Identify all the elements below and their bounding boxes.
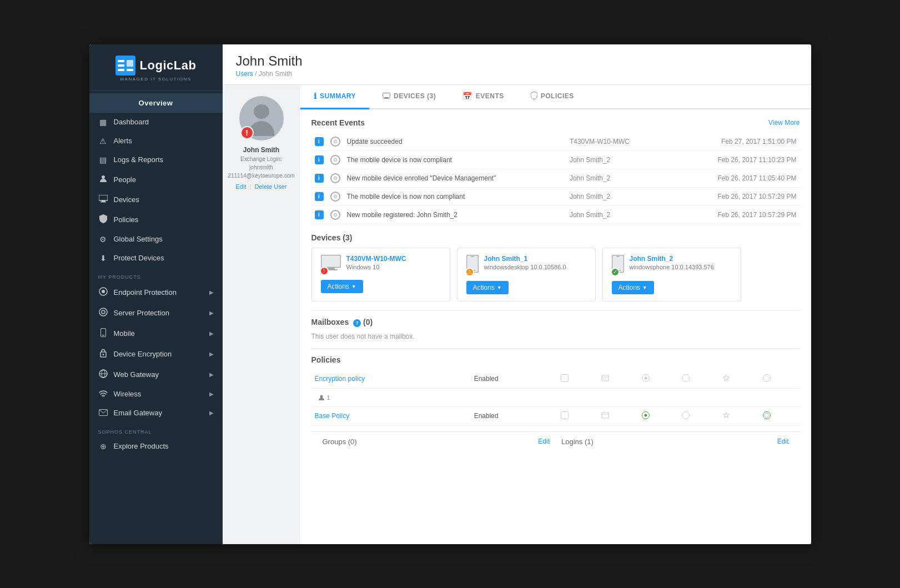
sidebar-item-web-gateway[interactable]: Web Gateway ▶ xyxy=(89,364,223,385)
sidebar-item-label: Explore Products xyxy=(114,442,169,450)
devices-icon xyxy=(98,195,108,204)
protect-icon: ⬇ xyxy=(98,254,108,263)
tab-events[interactable]: 📅 EVENTS xyxy=(449,85,517,109)
policy-feature-icon xyxy=(601,375,609,384)
settings-icon: ⚙ xyxy=(98,235,108,244)
svg-rect-23 xyxy=(383,93,390,98)
expand-arrow-icon: ▶ xyxy=(209,351,214,357)
devices-section-header: Devices (3) xyxy=(311,233,800,242)
breadcrumb-parent[interactable]: Users xyxy=(236,70,253,78)
event-description: The mobile device is now non compliant xyxy=(344,187,566,205)
events-table: i ⚙ Update succeeded T430VM-W10-MWC Feb … xyxy=(311,133,800,224)
edit-user-link[interactable]: Edit xyxy=(235,183,246,190)
device-actions-button-2[interactable]: Actions ▼ xyxy=(612,281,654,294)
sidebar-item-email-gateway[interactable]: Email Gateway ▶ xyxy=(89,404,223,423)
sidebar-item-label: Endpoint Protection xyxy=(114,288,177,296)
policy-row-0: Encryption policy Enabled xyxy=(311,370,800,389)
svg-rect-36 xyxy=(602,375,609,381)
sidebar-item-global-settings[interactable]: ⚙ Global Settings xyxy=(89,230,223,249)
device-name[interactable]: T430VM-W10-MWC xyxy=(346,255,406,263)
groups-section: Groups (0) Edit xyxy=(323,438,550,446)
device-card-0: ! T430VM-W10-MWC Windows 10 Actions xyxy=(311,248,450,301)
expand-arrow-icon: ▶ xyxy=(209,391,214,397)
logo-icon xyxy=(115,56,135,76)
event-description: New mobile device enrolled "Device Manag… xyxy=(344,169,566,187)
event-date: Feb 26, 2017 10:57:29 PM xyxy=(677,205,800,224)
overview-item[interactable]: Overview xyxy=(89,93,223,113)
groups-edit-link[interactable]: Edit xyxy=(538,438,550,445)
devices-section: Devices (3) ! xyxy=(311,233,800,301)
sidebar-item-protect-devices[interactable]: ⬇ Protect Devices xyxy=(89,249,223,268)
sidebar-item-label: People xyxy=(114,175,136,184)
tab-devices[interactable]: DEVICES (3) xyxy=(369,85,449,109)
device-actions-button-0[interactable]: Actions ▼ xyxy=(321,280,363,293)
policy-status: Enabled xyxy=(474,412,499,420)
event-description: The mobile device is now compliant xyxy=(344,150,566,169)
user-panel: ! John Smith Exchange Login: johnsmith 2… xyxy=(223,85,300,544)
logins-label: Logins (1) xyxy=(561,438,594,446)
sidebar-item-explore[interactable]: ⊕ Explore Products xyxy=(89,437,223,456)
user-meta: Exchange Login: johnsmith 211114@keytoeu… xyxy=(228,155,294,180)
tab-policies[interactable]: POLICIES xyxy=(517,85,587,109)
breadcrumb-current: John Smith xyxy=(259,70,292,78)
help-icon[interactable]: ? xyxy=(353,319,361,327)
logins-section: Logins (1) Edit xyxy=(550,438,789,446)
explore-icon: ⊕ xyxy=(98,442,108,451)
groups-label: Groups (0) xyxy=(323,438,357,446)
sidebar-item-wireless[interactable]: Wireless ▶ xyxy=(89,385,223,404)
tabs-bar: ℹ SUMMARY DEVICES (3) 📅 EVENTS xyxy=(300,85,811,109)
device-name[interactable]: John Smith_2 xyxy=(630,255,714,263)
sidebar-item-server[interactable]: Server Protection ▶ xyxy=(89,303,223,323)
sidebar-item-dashboard[interactable]: ▦ Dashboard xyxy=(89,113,223,132)
mailboxes-section: Mailboxes ? (0) This user does not have … xyxy=(311,310,800,340)
sidebar-item-people[interactable]: People xyxy=(89,169,223,190)
sidebar-item-endpoint[interactable]: Endpoint Protection ▶ xyxy=(89,282,223,303)
expand-arrow-icon: ▶ xyxy=(209,289,214,295)
event-description: Update succeeded xyxy=(344,133,566,151)
expand-arrow-icon: ▶ xyxy=(209,371,214,378)
event-date: Feb 26, 2017 11:05:40 PM xyxy=(677,169,800,187)
svg-point-48 xyxy=(682,411,690,419)
event-badge: i xyxy=(315,210,324,219)
device-actions-button-1[interactable]: Actions ▼ xyxy=(466,281,509,294)
mailboxes-empty-message: This user does not have a mailbox. xyxy=(311,333,800,340)
svg-point-43 xyxy=(320,395,323,398)
logo-subtitle: MANAGED IT SOLUTIONS xyxy=(120,77,191,82)
sidebar-item-devices[interactable]: Devices xyxy=(89,190,223,209)
sidebar-item-label: Device Encryption xyxy=(114,350,172,358)
device-card-1: ⚠ John Smith_1 windowsdesktop 10.0.10586… xyxy=(457,248,596,301)
svg-rect-24 xyxy=(385,97,388,98)
sidebar-item-logs[interactable]: ▤ Logs & Reports xyxy=(89,150,223,169)
event-device: John Smith_2 xyxy=(566,187,677,205)
svg-rect-25 xyxy=(384,98,389,99)
table-row: i ⚙ New mobile device enrolled "Device M… xyxy=(311,169,800,187)
event-type-icon: ⚙ xyxy=(330,192,340,202)
sidebar-item-policies[interactable]: Policies xyxy=(89,209,223,230)
sidebar-item-device-encryption[interactable]: Device Encryption ▶ xyxy=(89,344,223,364)
policy-name[interactable]: Encryption policy xyxy=(315,375,365,383)
delete-user-link[interactable]: Delete User xyxy=(254,183,286,190)
svg-point-6 xyxy=(102,175,105,179)
tab-summary[interactable]: ℹ SUMMARY xyxy=(300,85,370,109)
svg-rect-1 xyxy=(118,60,124,62)
device-icon-wrap: ✓ xyxy=(612,255,624,275)
sidebar: LogicLab MANAGED IT SOLUTIONS Overview ▦… xyxy=(89,44,223,544)
view-more-link[interactable]: View More xyxy=(768,119,800,127)
policy-feature-icon xyxy=(642,412,650,421)
sidebar-item-mobile[interactable]: Mobile ▶ xyxy=(89,323,223,344)
sidebar-item-label: Devices xyxy=(114,195,139,204)
svg-point-49 xyxy=(763,411,770,419)
policy-name[interactable]: Base Policy xyxy=(315,412,350,420)
svg-point-37 xyxy=(603,378,604,379)
event-date: Feb 26, 2017 10:57:29 PM xyxy=(677,187,800,205)
device-name[interactable]: John Smith_1 xyxy=(484,255,566,263)
main-content: John Smith Users / John Smith ! xyxy=(223,44,811,544)
svg-point-11 xyxy=(102,290,105,293)
page-title: John Smith xyxy=(236,53,798,69)
web-icon xyxy=(98,369,108,380)
sidebar-item-alerts[interactable]: ⚠ Alerts xyxy=(89,132,223,150)
user-actions: Edit | Delete User xyxy=(235,183,286,190)
logins-edit-link[interactable]: Edit xyxy=(777,438,789,445)
alert-badge: ! xyxy=(240,126,254,139)
sidebar-item-label: Server Protection xyxy=(114,309,169,317)
